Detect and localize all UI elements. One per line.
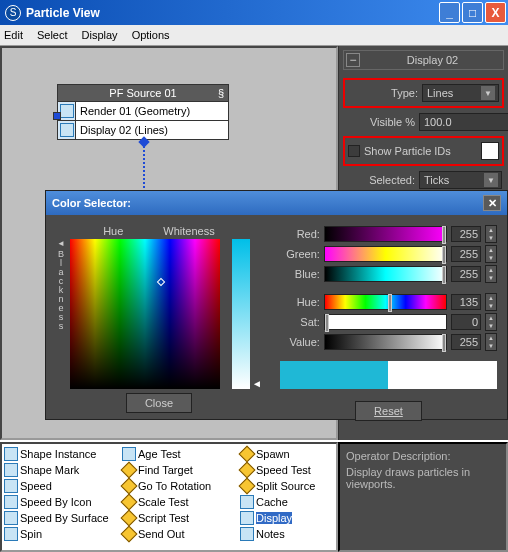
blue-label: Blue:	[280, 268, 320, 280]
menu-bar: Edit Select Display Options	[0, 25, 508, 46]
operator-label: Cache	[256, 496, 288, 508]
visible-input[interactable]	[419, 113, 508, 131]
panel-header[interactable]: − Display 02	[343, 50, 504, 70]
operator-item[interactable]: Script Test	[122, 510, 240, 526]
show-ids-checkbox[interactable]	[348, 145, 360, 157]
operator-item[interactable]: Shape Instance	[4, 446, 122, 462]
operator-palette[interactable]: Shape InstanceShape MarkSpeedSpeed By Ic…	[0, 442, 338, 552]
reset-button[interactable]: Reset	[355, 401, 422, 421]
green-spinner[interactable]: ▲▼	[485, 245, 497, 263]
green-slider[interactable]	[324, 246, 447, 262]
red-spinner[interactable]: ▲▼	[485, 225, 497, 243]
operator-icon	[4, 447, 18, 461]
green-value[interactable]: 255	[451, 246, 481, 262]
close-button[interactable]: X	[485, 2, 506, 23]
operator-item[interactable]: Notes	[240, 526, 338, 542]
pf-source-node[interactable]: PF Source 01 Render 01 (Geometry) Displa…	[57, 84, 229, 140]
test-icon	[240, 463, 254, 477]
app-icon: S	[5, 5, 21, 21]
operator-label: Shape Mark	[20, 464, 79, 476]
hue-slider[interactable]	[324, 294, 447, 310]
color-preview	[280, 361, 497, 389]
sat-slider[interactable]	[324, 314, 447, 330]
node-row-render[interactable]: Render 01 (Geometry)	[58, 101, 228, 120]
operator-item[interactable]: Find Target	[122, 462, 240, 478]
cs-titlebar[interactable]: Color Selector: ✕	[46, 191, 507, 215]
op-desc-title: Operator Description:	[346, 450, 500, 462]
operator-label: Display	[256, 512, 292, 524]
red-slider[interactable]	[324, 226, 447, 242]
showids-highlight: Show Particle IDs	[343, 136, 504, 166]
operator-item[interactable]: Cache	[240, 494, 338, 510]
cs-close-btn[interactable]: Close	[126, 393, 192, 413]
operator-label: Spin	[20, 528, 42, 540]
operator-item[interactable]: Speed By Icon	[4, 494, 122, 510]
menu-edit[interactable]: Edit	[4, 29, 23, 41]
operator-item[interactable]: Go To Rotation	[122, 478, 240, 494]
operator-label: Speed By Icon	[20, 496, 92, 508]
value-value[interactable]: 255	[451, 334, 481, 350]
hue-label: Hue	[103, 225, 123, 237]
blackness-label: Blackness	[56, 239, 66, 330]
operator-item[interactable]: Scale Test	[122, 494, 240, 510]
show-ids-label: Show Particle IDs	[364, 145, 481, 157]
operator-item[interactable]: Age Test	[122, 446, 240, 462]
blue-value[interactable]: 255	[451, 266, 481, 282]
sat-spinner[interactable]: ▲▼	[485, 313, 497, 331]
cs-close-button[interactable]: ✕	[483, 195, 501, 211]
operator-label: Find Target	[138, 464, 193, 476]
whiteness-label: Whiteness	[163, 225, 214, 237]
hue-spinner[interactable]: ▲▼	[485, 293, 497, 311]
red-value[interactable]: 255	[451, 226, 481, 242]
operator-item[interactable]: Display	[240, 510, 338, 526]
preview-old[interactable]	[280, 361, 389, 389]
operator-item[interactable]: Speed By Surface	[4, 510, 122, 526]
blue-slider[interactable]	[324, 266, 447, 282]
operator-description-panel: Operator Description: Display draws part…	[338, 442, 508, 552]
operator-label: Go To Rotation	[138, 480, 211, 492]
operator-item[interactable]: Spin	[4, 526, 122, 542]
test-icon	[240, 479, 254, 493]
operator-item[interactable]: Shape Mark	[4, 462, 122, 478]
sat-label: Sat:	[280, 316, 320, 328]
maximize-button[interactable]: □	[462, 2, 483, 23]
operator-label: Speed Test	[256, 464, 311, 476]
operator-label: Send Out	[138, 528, 184, 540]
collapse-icon[interactable]: −	[346, 53, 360, 67]
operator-label: Spawn	[256, 448, 290, 460]
blue-spinner[interactable]: ▲▼	[485, 265, 497, 283]
operator-item[interactable]: Speed	[4, 478, 122, 494]
whiteness-slider[interactable]	[232, 239, 250, 389]
value-spinner[interactable]: ▲▼	[485, 333, 497, 351]
color-selector-dialog: Color Selector: ✕ Hue Whiteness Blacknes…	[45, 190, 508, 420]
type-select[interactable]: Lines	[422, 84, 499, 102]
sat-value[interactable]: 0	[451, 314, 481, 330]
operator-label: Shape Instance	[20, 448, 96, 460]
type-label: Type:	[348, 87, 418, 99]
value-slider[interactable]	[324, 334, 447, 350]
selected-select[interactable]: Ticks	[419, 171, 502, 189]
display-icon	[58, 121, 76, 139]
operator-label: Scale Test	[138, 496, 189, 508]
operator-label: Split Source	[256, 480, 315, 492]
menu-options[interactable]: Options	[132, 29, 170, 41]
test-icon	[122, 495, 136, 509]
test-icon	[122, 527, 136, 541]
node-input-connector[interactable]	[53, 112, 61, 120]
menu-display[interactable]: Display	[82, 29, 118, 41]
color-marker[interactable]	[157, 278, 165, 286]
minimize-button[interactable]: _	[439, 2, 460, 23]
node-header[interactable]: PF Source 01	[58, 85, 228, 101]
operator-item[interactable]: Spawn	[240, 446, 338, 462]
operator-item[interactable]: Send Out	[122, 526, 240, 542]
window-title: Particle View	[26, 6, 437, 20]
operator-item[interactable]: Speed Test	[240, 462, 338, 478]
type-highlight: Type: Lines	[343, 78, 504, 108]
red-label: Red:	[280, 228, 320, 240]
menu-select[interactable]: Select	[37, 29, 68, 41]
color-field[interactable]	[70, 239, 220, 389]
id-color-swatch[interactable]	[481, 142, 499, 160]
preview-new[interactable]	[388, 361, 497, 389]
operator-item[interactable]: Split Source	[240, 478, 338, 494]
hue-value[interactable]: 135	[451, 294, 481, 310]
